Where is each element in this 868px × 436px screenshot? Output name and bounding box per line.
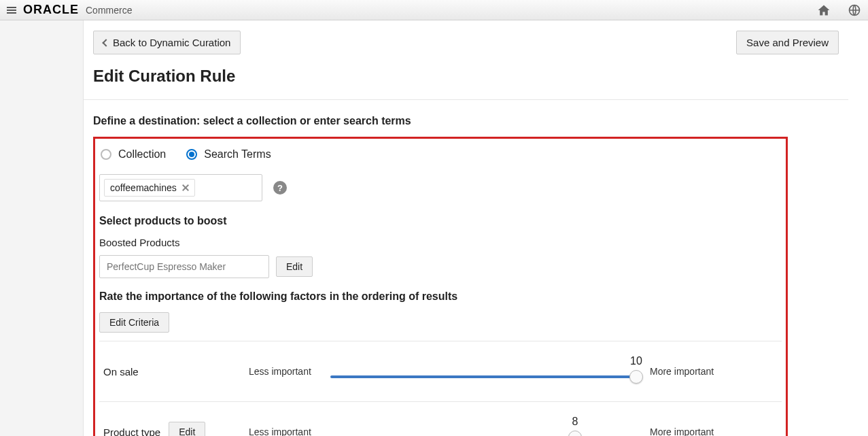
save-preview-button[interactable]: Save and Preview <box>736 31 839 54</box>
factor-name: Product typeEdit <box>99 422 235 436</box>
slider-value: 8 <box>572 416 578 428</box>
topbar-actions <box>817 3 861 17</box>
save-preview-label: Save and Preview <box>746 37 829 48</box>
slider-track <box>330 375 636 378</box>
slider-value: 10 <box>630 355 642 367</box>
highlight-region: Collection Search Terms coffeemachines <box>93 137 788 436</box>
help-icon[interactable]: ? <box>273 181 287 195</box>
rating-section-title: Rate the importance of the following fac… <box>99 290 782 303</box>
chevron-left-icon <box>102 39 109 46</box>
destination-radio-group: Collection Search Terms <box>99 148 782 161</box>
factor-edit-label: Edit <box>179 426 195 436</box>
radio-icon <box>186 149 197 160</box>
brand-logo: ORACLE <box>23 3 79 17</box>
importance-slider[interactable]: 10 <box>330 358 636 385</box>
boost-sub-label: Boosted Products <box>99 237 782 248</box>
destination-section-title: Define a destination: select a collectio… <box>93 115 839 127</box>
factor-row: Product typeEditLess important8More impo… <box>99 401 782 436</box>
less-important-label: Less important <box>249 426 317 436</box>
boost-edit-button[interactable]: Edit <box>276 256 313 277</box>
boost-section-title: Select products to boost <box>99 215 782 227</box>
left-gutter <box>0 20 83 436</box>
factor-name-label: Product type <box>103 426 160 437</box>
edit-criteria-label: Edit Criteria <box>109 317 159 328</box>
search-terms-input[interactable]: coffeemachines <box>99 174 262 201</box>
slider-thumb[interactable] <box>629 370 643 384</box>
top-bar: ORACLE Commerce <box>0 0 868 20</box>
page-title: Edit Curation Rule <box>93 67 839 86</box>
boost-edit-label: Edit <box>286 261 302 272</box>
title-divider <box>84 99 848 100</box>
radio-collection[interactable]: Collection <box>101 148 166 161</box>
back-button[interactable]: Back to Dynamic Curation <box>93 31 241 54</box>
back-button-label: Back to Dynamic Curation <box>113 37 230 48</box>
search-term-chip-label: coffeemachines <box>110 182 177 193</box>
menu-icon[interactable] <box>7 7 16 14</box>
factors-list: On saleLess important10More importantPro… <box>99 341 782 436</box>
remove-chip-icon[interactable] <box>182 184 189 191</box>
radio-search-terms[interactable]: Search Terms <box>186 148 271 161</box>
importance-slider[interactable]: 8 <box>330 418 636 436</box>
factor-name: On sale <box>99 366 235 378</box>
radio-icon <box>101 149 111 160</box>
home-icon[interactable] <box>817 3 831 17</box>
less-important-label: Less important <box>249 366 317 377</box>
slider-thumb[interactable] <box>568 431 582 436</box>
factor-row: On saleLess important10More important <box>99 341 782 401</box>
factor-edit-button[interactable]: Edit <box>169 422 205 436</box>
main-content: Back to Dynamic Curation Save and Previe… <box>83 20 868 436</box>
edit-criteria-button[interactable]: Edit Criteria <box>99 312 169 333</box>
brand-subtitle: Commerce <box>86 5 132 16</box>
search-term-chip: coffeemachines <box>104 179 195 197</box>
more-important-label: More important <box>650 426 718 436</box>
boosted-products-input[interactable] <box>99 255 269 278</box>
factor-name-label: On sale <box>103 366 139 378</box>
more-important-label: More important <box>650 366 718 377</box>
radio-collection-label: Collection <box>118 148 166 161</box>
radio-search-terms-label: Search Terms <box>204 148 271 161</box>
globe-icon[interactable] <box>848 3 861 17</box>
